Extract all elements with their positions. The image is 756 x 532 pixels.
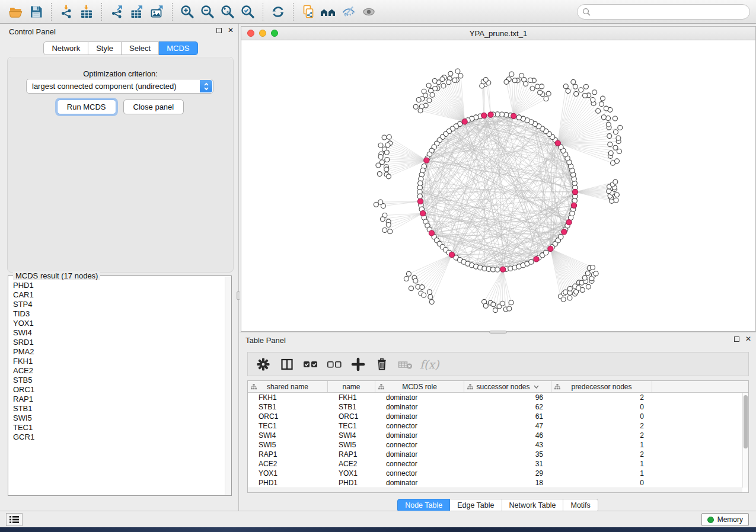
function-builder-icon[interactable]: f(x) bbox=[419, 358, 439, 371]
table-vertical-scrollbar[interactable] bbox=[742, 393, 748, 488]
table-row[interactable]: RAP1RAP1dominator352 bbox=[248, 450, 742, 459]
table-cell: 2 bbox=[551, 450, 652, 459]
zoom-fit-icon[interactable] bbox=[218, 3, 238, 21]
column-header-predecessor-nodes[interactable]: predecessor nodes bbox=[551, 381, 652, 392]
table-horizontal-scrollbar[interactable] bbox=[248, 488, 742, 492]
close-panel-icon[interactable]: ✕ bbox=[745, 336, 751, 342]
tab-mcds[interactable]: MCDS bbox=[159, 41, 197, 55]
show-all-icon[interactable] bbox=[359, 3, 379, 21]
zoom-in-icon[interactable] bbox=[177, 3, 197, 21]
tab-style[interactable]: Style bbox=[88, 41, 122, 55]
close-panel-icon[interactable]: ✕ bbox=[228, 28, 234, 33]
float-window-icon[interactable] bbox=[216, 28, 222, 33]
column-header-successor-nodes[interactable]: successor nodes bbox=[464, 381, 551, 392]
toolbar-separator bbox=[51, 3, 52, 21]
search-input[interactable] bbox=[577, 4, 750, 20]
zoom-out-icon[interactable] bbox=[197, 3, 218, 21]
mcds-result-item[interactable]: STB1 bbox=[13, 404, 225, 414]
hide-selected-icon[interactable] bbox=[339, 3, 359, 21]
control-panel-header: Control Panel ✕ bbox=[3, 24, 238, 39]
table-row[interactable]: YOX1YOX1connector291 bbox=[248, 469, 742, 478]
delete-table-icon[interactable] bbox=[395, 355, 416, 374]
mcds-result-item[interactable]: ACE2 bbox=[13, 366, 225, 376]
mcds-result-item[interactable]: CAR1 bbox=[13, 290, 225, 300]
mcds-result-item[interactable]: SWI4 bbox=[13, 328, 225, 338]
table-cell: 1 bbox=[551, 460, 652, 468]
mcds-result-list: PHD1CAR1STP4TID3YOX1SWI4SRD1PMA2FKH1ACE2… bbox=[13, 281, 225, 494]
float-window-icon[interactable] bbox=[734, 336, 739, 342]
tab-select[interactable]: Select bbox=[122, 41, 159, 55]
export-image-icon[interactable] bbox=[147, 3, 167, 21]
mcds-result-item[interactable]: SRD1 bbox=[13, 338, 225, 347]
table-cell: PHD1 bbox=[248, 479, 328, 487]
import-table-icon[interactable] bbox=[76, 3, 97, 21]
table-cell: SWI4 bbox=[328, 431, 375, 440]
tab-edge-table[interactable]: Edge Table bbox=[450, 499, 502, 512]
first-neighbors-icon[interactable] bbox=[318, 3, 339, 21]
mcds-result-item[interactable]: TID3 bbox=[13, 309, 225, 319]
mcds-result-item[interactable]: STB5 bbox=[13, 376, 225, 385]
table-row[interactable]: FKH1FKH1dominator962 bbox=[248, 393, 742, 402]
refresh-icon[interactable] bbox=[268, 3, 288, 21]
task-history-button[interactable] bbox=[6, 513, 23, 526]
export-table-icon[interactable] bbox=[127, 3, 147, 21]
network-canvas[interactable] bbox=[241, 41, 755, 331]
split-columns-icon[interactable] bbox=[276, 355, 298, 374]
zoom-selected-icon[interactable] bbox=[238, 3, 258, 21]
criterion-dropdown[interactable]: largest connected component (undirected) bbox=[26, 79, 213, 94]
mcds-result-item[interactable]: RAP1 bbox=[13, 395, 225, 404]
export-network-icon[interactable] bbox=[107, 3, 127, 21]
mcds-result-item[interactable]: TEC1 bbox=[13, 423, 225, 432]
workspace: YPA_prune.txt_1 Table Panel ✕ f(x) share… bbox=[240, 24, 756, 511]
tab-network-table[interactable]: Network Table bbox=[502, 499, 564, 512]
mcds-result-item[interactable]: GCR1 bbox=[13, 432, 225, 442]
table-cell: dominator bbox=[375, 412, 464, 421]
memory-button[interactable]: Memory bbox=[701, 513, 749, 526]
add-column-icon[interactable] bbox=[347, 355, 369, 374]
mcds-result-item[interactable]: PMA2 bbox=[13, 347, 225, 357]
close-panel-button[interactable]: Close panel bbox=[123, 100, 184, 114]
table-row[interactable]: TEC1TEC1connector472 bbox=[248, 421, 742, 431]
table-cell: dominator bbox=[375, 450, 464, 459]
tab-motifs[interactable]: Motifs bbox=[563, 499, 598, 512]
table-cell: connector bbox=[375, 460, 464, 468]
tab-node-table[interactable]: Node Table bbox=[397, 499, 450, 512]
scrollbar-thumb[interactable] bbox=[744, 395, 748, 448]
column-header-shared-name[interactable]: shared name bbox=[248, 381, 328, 392]
mcds-result-item[interactable]: ORC1 bbox=[13, 385, 225, 395]
column-header-MCDS-role[interactable]: MCDS role bbox=[375, 381, 464, 392]
mcds-result-item[interactable]: PHD1 bbox=[13, 281, 225, 290]
mcds-result-item[interactable]: SWI5 bbox=[13, 414, 225, 423]
select-all-icon[interactable] bbox=[300, 355, 321, 374]
column-header-name[interactable]: name bbox=[328, 381, 375, 392]
mcds-list-scrollbar[interactable] bbox=[225, 277, 231, 495]
table-cell: 43 bbox=[464, 441, 551, 449]
table-row[interactable]: ORC1ORC1dominator610 bbox=[248, 412, 742, 421]
network-window-titlebar: YPA_prune.txt_1 bbox=[241, 27, 755, 40]
mcds-result-item[interactable]: YOX1 bbox=[13, 319, 225, 328]
tab-network[interactable]: Network bbox=[43, 41, 88, 55]
table-row[interactable]: PHD1PHD1dominator180 bbox=[248, 478, 742, 488]
table-row[interactable]: SWI4SWI4dominator462 bbox=[248, 431, 742, 440]
copy-network-icon[interactable] bbox=[298, 3, 318, 21]
delete-column-icon[interactable] bbox=[371, 355, 393, 374]
shared-column-icon bbox=[467, 384, 473, 390]
table-row[interactable]: SWI5SWI5connector431 bbox=[248, 440, 742, 450]
run-mcds-button[interactable]: Run MCDS bbox=[57, 100, 116, 114]
import-network-icon[interactable] bbox=[56, 3, 76, 21]
status-bar: Memory bbox=[0, 511, 756, 527]
table-cell: YOX1 bbox=[248, 469, 328, 477]
deselect-all-icon[interactable] bbox=[324, 355, 345, 374]
optimization-criterion-label: Optimization criterion: bbox=[8, 69, 233, 78]
open-folder-icon[interactable] bbox=[6, 3, 26, 21]
mcds-result-item[interactable]: FKH1 bbox=[13, 357, 225, 366]
mcds-result-item[interactable]: STP4 bbox=[13, 300, 225, 309]
gear-icon[interactable] bbox=[253, 355, 274, 374]
table-cell: 29 bbox=[464, 469, 551, 477]
table-cell: RAP1 bbox=[328, 450, 375, 459]
table-row[interactable]: STB1STB1dominator620 bbox=[248, 402, 742, 412]
toolbar-separator bbox=[263, 3, 263, 21]
table-cell: SWI4 bbox=[248, 431, 328, 440]
table-row[interactable]: ACE2ACE2connector311 bbox=[248, 459, 742, 469]
save-icon[interactable] bbox=[26, 3, 46, 21]
